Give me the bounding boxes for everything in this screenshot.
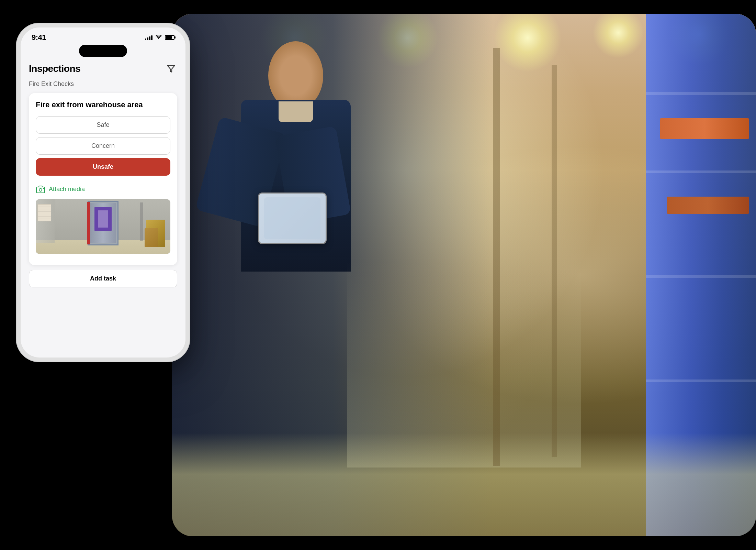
ceiling-light bbox=[593, 14, 644, 58]
svg-rect-1 bbox=[36, 187, 45, 193]
section-label: Fire Exit Checks bbox=[29, 80, 177, 88]
add-task-button[interactable]: Add task bbox=[29, 270, 177, 287]
warehouse-background bbox=[172, 14, 756, 536]
signal-icon bbox=[145, 35, 153, 40]
status-icons bbox=[145, 34, 174, 41]
attach-media-icon bbox=[36, 185, 45, 194]
dynamic-island bbox=[79, 45, 127, 57]
app-content: Inspections Fire Exit Checks Fire exit f… bbox=[21, 58, 185, 354]
app-header: Inspections bbox=[29, 58, 177, 80]
phone-mockup: 9:41 bbox=[21, 28, 185, 358]
safe-button[interactable]: Safe bbox=[36, 116, 170, 134]
phone-device: 9:41 bbox=[21, 28, 185, 358]
question-text: Fire exit from warehouse area bbox=[36, 100, 170, 110]
wifi-icon bbox=[155, 34, 162, 41]
attach-media-label: Attach media bbox=[49, 186, 85, 193]
warehouse-scene bbox=[172, 14, 756, 536]
scene: 9:41 bbox=[0, 0, 756, 550]
attach-media-row[interactable]: Attach media bbox=[36, 185, 170, 194]
app-title: Inspections bbox=[29, 63, 80, 74]
photo-thumbnail bbox=[36, 199, 170, 254]
inspection-card: Fire exit from warehouse area Safe Conce… bbox=[29, 93, 177, 265]
concern-button[interactable]: Concern bbox=[36, 137, 170, 155]
svg-marker-0 bbox=[167, 65, 175, 72]
battery-icon bbox=[165, 35, 174, 40]
svg-point-3 bbox=[43, 188, 44, 189]
status-bar: 9:41 bbox=[21, 28, 185, 45]
unsafe-button[interactable]: Unsafe bbox=[36, 158, 170, 176]
ceiling-light bbox=[493, 14, 562, 72]
warehouse-photo bbox=[36, 199, 170, 254]
filter-button[interactable] bbox=[165, 63, 177, 75]
svg-point-2 bbox=[39, 188, 42, 191]
time-display: 9:41 bbox=[32, 33, 46, 42]
